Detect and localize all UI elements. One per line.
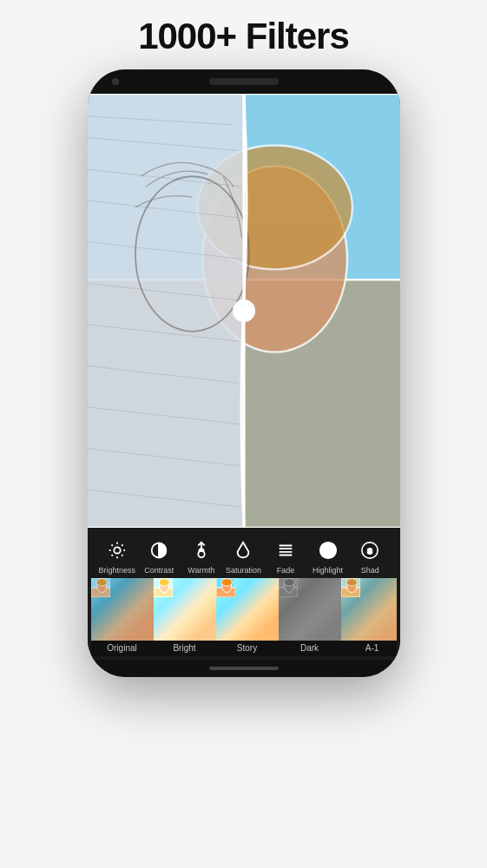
svg-line-27 bbox=[111, 555, 112, 556]
phone-top-bar bbox=[88, 69, 400, 94]
svg-line-26 bbox=[122, 555, 122, 556]
svg-point-42 bbox=[96, 579, 107, 587]
svg-point-50 bbox=[221, 579, 232, 587]
photo-area bbox=[88, 94, 400, 528]
svg-point-46 bbox=[159, 579, 169, 587]
toolbar-item-shadow[interactable]: S Shad bbox=[351, 538, 389, 575]
phone-screen: Brightness Contrast bbox=[88, 94, 400, 660]
svg-point-30 bbox=[198, 551, 204, 557]
brightness-icon bbox=[105, 538, 129, 562]
filter-item-a1[interactable]: A-1 bbox=[341, 578, 397, 656]
svg-point-54 bbox=[284, 579, 294, 587]
highlight-label: Highlight bbox=[313, 566, 343, 575]
page-title: 1000+ Filters bbox=[138, 16, 349, 57]
svg-line-28 bbox=[122, 545, 122, 546]
fade-icon bbox=[273, 538, 298, 562]
fade-label: Fade bbox=[277, 566, 295, 575]
toolbar: Brightness Contrast bbox=[88, 528, 400, 660]
photo-figure bbox=[88, 94, 400, 528]
saturation-label: Saturation bbox=[226, 566, 261, 575]
shadow-icon: S bbox=[358, 538, 382, 562]
svg-point-58 bbox=[346, 579, 357, 587]
home-indicator bbox=[209, 667, 279, 670]
filter-label-story: Story bbox=[216, 641, 279, 656]
toolbar-item-fade[interactable]: Fade bbox=[267, 538, 305, 575]
phone-camera bbox=[112, 78, 119, 85]
phone-bottom bbox=[88, 660, 400, 677]
warmth-icon bbox=[189, 538, 214, 562]
toolbar-icons: Brightness Contrast bbox=[91, 535, 397, 578]
svg-line-25 bbox=[111, 545, 112, 546]
filter-label-a1: A-1 bbox=[341, 641, 397, 656]
shadow-label: Shad bbox=[361, 566, 379, 575]
warmth-label: Warmth bbox=[188, 566, 214, 575]
phone-speaker bbox=[209, 78, 279, 85]
svg-point-20 bbox=[114, 547, 120, 553]
filter-strip: Original Bright bbox=[91, 578, 397, 656]
filter-thumb-dark bbox=[279, 578, 341, 641]
toolbar-item-contrast[interactable]: Contrast bbox=[140, 538, 178, 575]
filter-label-dark: Dark bbox=[279, 641, 341, 656]
filter-item-original[interactable]: Original bbox=[91, 578, 154, 656]
svg-text:H: H bbox=[325, 547, 331, 556]
filter-thumb-story bbox=[216, 578, 279, 641]
filter-label-original: Original bbox=[91, 641, 154, 656]
contrast-label: Contrast bbox=[144, 566, 174, 575]
filter-thumb-bright bbox=[154, 578, 216, 641]
toolbar-item-brightness[interactable]: Brightness bbox=[98, 538, 136, 575]
filter-item-story[interactable]: Story bbox=[216, 578, 279, 656]
contrast-icon bbox=[147, 538, 171, 562]
svg-text:S: S bbox=[367, 548, 372, 556]
filter-item-dark[interactable]: Dark bbox=[279, 578, 341, 656]
photo-background bbox=[88, 94, 400, 528]
filter-label-bright: Bright bbox=[154, 641, 216, 656]
filter-item-bright[interactable]: Bright bbox=[154, 578, 216, 656]
filter-thumb-a1 bbox=[341, 578, 397, 641]
brightness-label: Brightness bbox=[99, 566, 136, 575]
highlight-icon: H bbox=[316, 538, 340, 562]
toolbar-item-warmth[interactable]: Warmth bbox=[182, 538, 220, 575]
toolbar-item-saturation[interactable]: Saturation bbox=[224, 538, 262, 575]
phone-frame: Brightness Contrast bbox=[88, 69, 400, 677]
toolbar-item-highlight[interactable]: H Highlight bbox=[309, 538, 347, 575]
saturation-icon bbox=[231, 538, 255, 562]
filter-thumb-original bbox=[91, 578, 154, 641]
